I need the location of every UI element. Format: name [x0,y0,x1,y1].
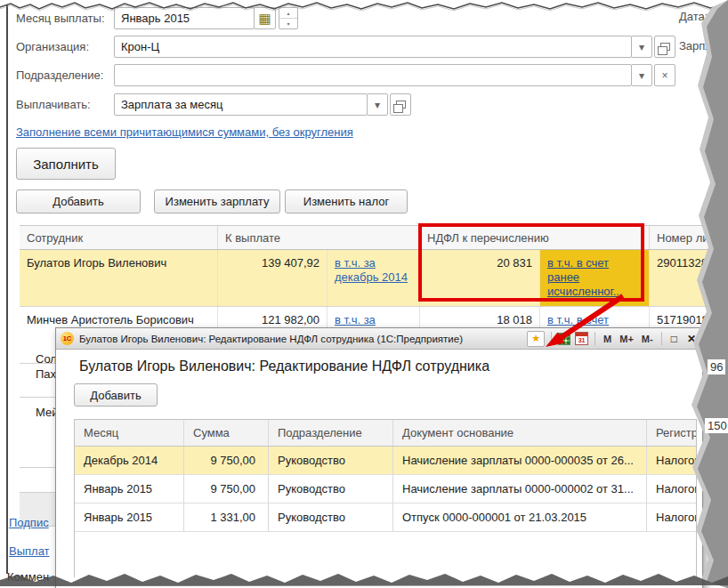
fill-button[interactable]: Заполнить [16,148,116,180]
col-employee: Сотрудник [20,226,218,249]
comment-label-fragment: Коммен [7,570,49,584]
document-cell: Начисление зарплаты 0000-000002 от 31... [393,475,647,503]
salary-label-fragment: Зарпла [679,39,718,52]
memory-minus-button[interactable]: M- [640,334,655,344]
register-cell: Налогов [647,503,697,531]
1c-app-icon: 1С [61,332,74,345]
month-spinner[interactable]: ▴ ▾ [279,7,298,29]
edit-tax-button[interactable]: Изменить налог [285,189,408,213]
ndfl-detail-link[interactable]: в т.ч. в счет [547,313,609,326]
col-department: Подразделение [269,420,393,446]
document-cell: Начисление зарплаты 0000-000035 от 26... [393,447,647,474]
pay-link[interactable]: Выплат [9,544,50,558]
open-form-icon [396,101,406,109]
account-number-fragment: 96 [708,359,725,375]
pay-type-open-button[interactable] [390,93,411,116]
calendar-icon[interactable]: 31 [575,332,588,345]
close-button[interactable]: ✕ [684,333,699,345]
organization-open-button[interactable] [654,36,675,58]
table-row[interactable]: Январь 2015 9 750,00 Руководство Начисле… [75,475,696,503]
table-row[interactable]: Декабрь 2014 9 750,00 Руководство Начисл… [75,447,696,475]
signatures-link[interactable]: Подпис [9,516,49,529]
torn-edge-top [0,3,728,9]
department-cell: Руководство [269,447,393,474]
organization-dropdown-button[interactable]: ▾ [631,36,652,58]
dialog-title: Булатов Игорь Виленович: Редактирование … [79,334,463,344]
maximize-button[interactable]: □ [668,333,680,345]
month-cell: Январь 2015 [75,503,184,531]
employees-table-header: Сотрудник К выплате НДФЛ к перечислению … [20,225,726,250]
pay-type-dropdown-button[interactable]: ▾ [367,93,388,116]
row-divider [20,467,55,468]
payroll-window: Месяц выплаты: Январь 2015 ▦ ▴ ▾ Дата: О… [0,0,728,588]
ndfl-table-header: Месяц Сумма Подразделение Документ основ… [75,420,696,447]
titlebar-separator [595,332,595,345]
add-row-button[interactable]: Добавить [16,189,141,213]
favorites-button[interactable]: ★ [527,331,545,347]
col-ndfl: НДФЛ к перечислению [420,226,650,249]
sum-cell: 9 750,00 [184,475,269,503]
calendar-grid-icon: ▦ [258,12,271,25]
department-label: Подразделение: [16,68,103,82]
chevron-down-icon: ▾ [639,41,644,53]
edit-salary-button[interactable]: Изменить зарплату [154,189,280,213]
memory-plus-button[interactable]: M+ [618,334,635,344]
account-number-fragment: 150 [705,418,728,433]
sum-cell: 9 750,00 [184,447,269,474]
account-number: 290113288 [650,250,726,306]
col-month: Месяц [75,420,184,446]
clear-icon: × [661,69,667,82]
chevron-down-icon: ▾ [639,69,644,82]
organization-label: Организация: [16,40,89,53]
month-cell: Январь 2015 [75,475,184,503]
open-form-icon [660,43,670,51]
pay-type-input[interactable]: Зарплата за месяц [114,93,368,116]
table-row[interactable]: Булатов Игорь Виленович 139 407,92 в т.ч… [20,250,726,307]
dialog-heading: Булатов Игорь Виленович: Редактирование … [79,358,489,375]
col-sum: Сумма [184,420,269,446]
ndfl-months-table: Месяц Сумма Подразделение Документ основ… [74,419,697,577]
calendar-picker-button[interactable]: ▦ [254,7,276,29]
sum-cell: 1 331,00 [184,503,269,531]
spin-up-icon[interactable]: ▴ [279,8,297,19]
dialog-titlebar[interactable]: 1С Булатов Игорь Виленович: Редактирован… [56,328,702,350]
star-icon: ★ [531,333,540,344]
date-label: Дата: [679,10,708,23]
department-cell: Руководство [269,503,393,531]
ndfl-detail-link[interactable]: в т.ч. в счет ранее исчисленног... [547,256,623,298]
col-document: Документ основание [393,420,647,446]
month-label: Месяц выплаты: [16,12,105,25]
department-cell: Руководство [269,475,393,503]
ndfl-edit-dialog: 1С Булатов Игорь Виленович: Редактирован… [55,327,703,588]
col-account: Номер лиц [650,226,726,249]
calculator-icon[interactable] [558,333,570,345]
to-pay-detail-link[interactable]: в т.ч. за [335,313,376,326]
employee-name: Булатов Игорь Виленович [20,250,218,306]
department-clear-button[interactable]: × [654,64,675,86]
organization-input[interactable]: Крон-Ц [114,36,632,58]
spin-down-icon[interactable]: ▾ [279,19,297,29]
register-cell: Налогов [647,475,697,503]
memory-button[interactable]: M [602,334,613,344]
titlebar-separator [551,332,552,345]
chevron-down-icon: ▾ [375,99,380,111]
department-input[interactable] [114,64,632,86]
col-register: Регистр [647,420,697,446]
pay-type-label: Выплачивать: [16,98,91,111]
register-cell: Налогов [647,447,697,474]
left-torn-frame-line [6,5,8,574]
table-row[interactable]: Январь 2015 1 331,00 Руководство Отпуск … [75,503,696,532]
ndfl-value: 20 831 [420,250,540,306]
document-cell: Отпуск 0000-000001 от 21.03.2015 [393,503,647,531]
month-input[interactable]: Январь 2015 [114,7,255,29]
department-dropdown-button[interactable]: ▾ [631,64,652,86]
dialog-add-button[interactable]: Добавить [74,383,158,407]
to-pay-detail-link[interactable]: в т.ч. за декабрь 2014 [335,256,408,284]
fill-all-sums-link[interactable]: Заполнение всеми причитающимися суммами,… [16,125,353,139]
to-pay-value: 139 407,92 [218,250,328,306]
month-cell: Декабрь 2014 [75,447,184,474]
torn-edge-top-shadow [0,4,728,11]
col-to-pay: К выплате [218,226,420,249]
row-divider [20,397,55,398]
titlebar-separator [661,332,662,345]
